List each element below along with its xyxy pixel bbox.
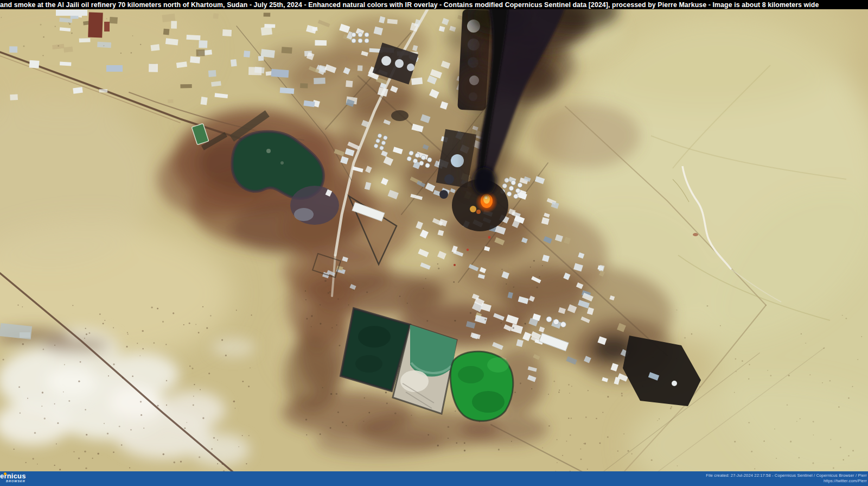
evaporation-pond-green: [450, 351, 513, 421]
footer-bar: ernicus BROWSER File created: 27-Jul-202…: [0, 471, 868, 486]
image-credits: File created: 27-Jul-2024 22:17:58 - Cop…: [706, 473, 867, 484]
credit-line-2: https://twitter.com/Pierr: [706, 478, 867, 484]
caption-text: and smoke at the Al Jaili oil refinery 7…: [0, 1, 819, 9]
screenshot: and smoke at the Al Jaili oil refinery 7…: [0, 0, 868, 486]
credit-line-1: File created: 27-Jul-2024 22:17:58 - Cop…: [706, 473, 867, 478]
satellite-image: [0, 0, 868, 486]
logo-subtext: BROWSER: [6, 479, 26, 483]
logo-dot-icon: [4, 472, 7, 475]
caption-bar: and smoke at the Al Jaili oil refinery 7…: [0, 0, 868, 9]
copernicus-browser-logo: ernicus BROWSER: [0, 473, 26, 483]
